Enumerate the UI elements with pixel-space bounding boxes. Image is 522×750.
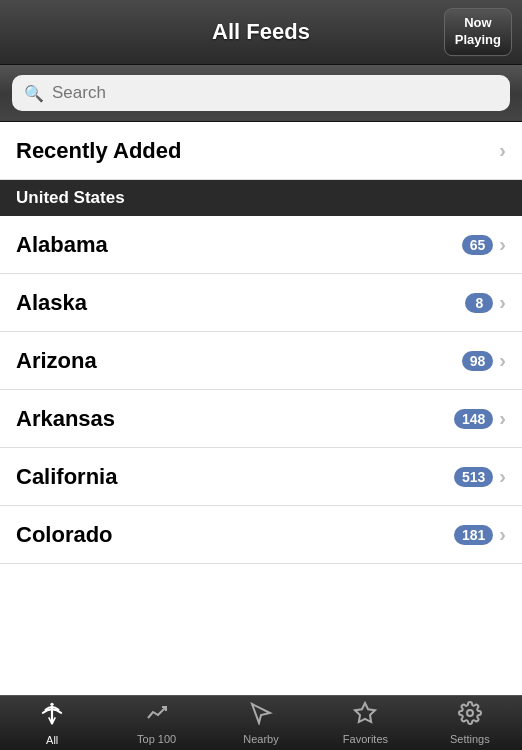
state-label: Arkansas (16, 406, 115, 432)
list-item[interactable]: Alabama 65 › (0, 216, 522, 274)
star-icon (353, 701, 377, 731)
svg-point-3 (467, 710, 473, 716)
svg-point-0 (51, 703, 54, 706)
search-icon: 🔍 (24, 84, 44, 103)
search-input[interactable] (52, 83, 498, 103)
chevron-icon: › (499, 523, 506, 546)
tab-nearby[interactable]: Nearby (209, 696, 313, 750)
recently-added-right: › (499, 139, 506, 162)
count-badge: 65 (462, 235, 494, 255)
state-list: Alabama 65 › Alaska 8 › Arizona 98 › Ark… (0, 216, 522, 564)
state-right: 98 › (462, 349, 506, 372)
count-badge: 8 (465, 293, 493, 313)
chevron-icon: › (499, 233, 506, 256)
now-playing-button[interactable]: NowPlaying (444, 8, 512, 56)
header: All Feeds NowPlaying (0, 0, 522, 65)
tab-favorites[interactable]: Favorites (313, 696, 417, 750)
list-item[interactable]: Arkansas 148 › (0, 390, 522, 448)
tab-settings-label: Settings (450, 733, 490, 745)
chart-icon (145, 701, 169, 731)
chevron-icon: › (499, 139, 506, 162)
tab-all-label: All (46, 734, 58, 746)
state-label: Colorado (16, 522, 113, 548)
list-item[interactable]: California 513 › (0, 448, 522, 506)
list-item[interactable]: Alaska 8 › (0, 274, 522, 332)
count-badge: 148 (454, 409, 493, 429)
state-label: Arizona (16, 348, 97, 374)
recently-added-item[interactable]: Recently Added › (0, 122, 522, 180)
svg-marker-1 (252, 704, 270, 723)
gear-icon (458, 701, 482, 731)
list-container: Recently Added › United States Alabama 6… (0, 122, 522, 702)
state-right: 148 › (454, 407, 506, 430)
chevron-icon: › (499, 349, 506, 372)
page-title: All Feeds (212, 19, 310, 45)
state-right: 8 › (465, 291, 506, 314)
state-label: Alabama (16, 232, 108, 258)
chevron-icon: › (499, 291, 506, 314)
tab-top100-label: Top 100 (137, 733, 176, 745)
state-label: California (16, 464, 117, 490)
tab-settings[interactable]: Settings (418, 696, 522, 750)
section-header: United States (0, 180, 522, 216)
recently-added-label: Recently Added (16, 138, 181, 164)
tower-icon (39, 700, 65, 732)
tab-all[interactable]: All (0, 696, 104, 750)
list-item[interactable]: Arizona 98 › (0, 332, 522, 390)
state-right: 65 › (462, 233, 506, 256)
count-badge: 513 (454, 467, 493, 487)
state-label: Alaska (16, 290, 87, 316)
search-bar-container: 🔍 (0, 65, 522, 122)
state-right: 181 › (454, 523, 506, 546)
count-badge: 98 (462, 351, 494, 371)
tab-favorites-label: Favorites (343, 733, 388, 745)
chevron-icon: › (499, 407, 506, 430)
state-right: 513 › (454, 465, 506, 488)
chevron-icon: › (499, 465, 506, 488)
section-header-label: United States (16, 188, 125, 208)
tab-nearby-label: Nearby (243, 733, 278, 745)
location-icon (249, 701, 273, 731)
search-wrapper: 🔍 (12, 75, 510, 111)
svg-marker-2 (355, 703, 375, 722)
list-item[interactable]: Colorado 181 › (0, 506, 522, 564)
tab-top100[interactable]: Top 100 (104, 696, 208, 750)
count-badge: 181 (454, 525, 493, 545)
tab-bar: All Top 100 Nearby Favorites (0, 695, 522, 750)
